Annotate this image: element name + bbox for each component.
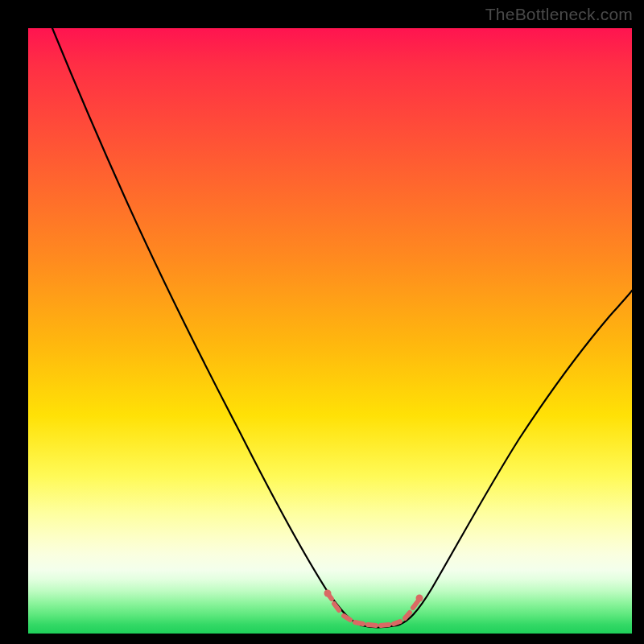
svg-line-3	[355, 622, 363, 624]
watermark-text: TheBottleneck.com	[485, 5, 633, 24]
min-marker-right	[416, 595, 423, 602]
min-highlight-band	[327, 592, 418, 625]
svg-line-7	[405, 613, 410, 618]
svg-line-8	[413, 601, 418, 608]
chart-frame: TheBottleneck.com	[0, 0, 644, 644]
svg-line-2	[344, 616, 350, 620]
min-marker-left	[324, 590, 332, 597]
svg-line-4	[368, 625, 376, 625]
curve-overlay	[28, 28, 632, 634]
svg-line-5	[381, 625, 389, 625]
bottleneck-curve	[52, 28, 632, 627]
svg-line-6	[394, 621, 400, 624]
